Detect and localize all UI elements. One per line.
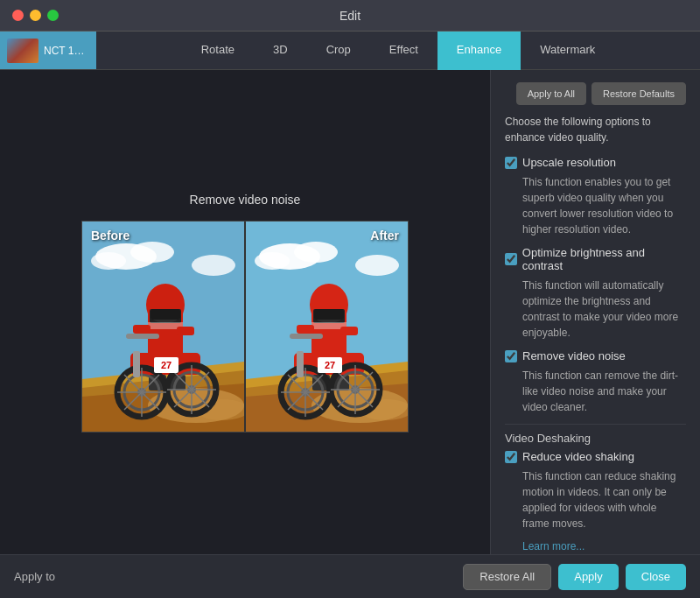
apply-button[interactable]: Apply (558, 564, 619, 590)
tab-rotate[interactable]: Rotate (182, 32, 254, 70)
file-tab-name: NCT 127 (... (44, 45, 89, 57)
svg-rect-82 (297, 351, 304, 377)
window-controls (12, 10, 59, 21)
tab-crop[interactable]: Crop (307, 32, 370, 70)
deshaking-checkbox[interactable] (505, 451, 517, 463)
restore-all-button[interactable]: Restore All (463, 564, 551, 590)
restore-defaults-button[interactable]: Restore Defaults (592, 82, 686, 105)
tab-bar: NCT 127 (... Rotate 3D Crop Effect Enhan… (0, 32, 700, 70)
bottom-left: Apply to (14, 570, 55, 583)
svg-rect-56 (314, 309, 344, 320)
before-image: 27 (82, 222, 244, 432)
preview-title: Remove video noise (190, 193, 301, 207)
after-image: 27 (246, 222, 408, 432)
tabs-navigation: Rotate 3D Crop Effect Enhance Watermark (96, 32, 700, 69)
file-thumbnail (7, 39, 38, 63)
svg-rect-14 (150, 309, 180, 320)
noise-checkbox-row: Remove video noise (505, 349, 686, 362)
svg-rect-16 (133, 325, 150, 334)
learn-more-link[interactable]: Learn more... (505, 540, 686, 552)
title-bar: Edit (0, 0, 700, 32)
brightness-checkbox[interactable] (505, 253, 517, 265)
svg-rect-40 (133, 351, 140, 377)
apply-to-all-button[interactable]: Apply to All (516, 82, 586, 105)
upscale-checkbox-row: Upscale resolution (505, 156, 686, 169)
deshaking-section-header: Video Deshaking (505, 424, 686, 445)
tab-enhance[interactable]: Enhance (438, 32, 521, 70)
after-label: After (370, 229, 399, 243)
deshaking-checkbox-row: Reduce video shaking (505, 450, 686, 463)
svg-text:27: 27 (325, 360, 335, 370)
maximize-window-button[interactable] (47, 10, 59, 21)
tab-3d[interactable]: 3D (254, 32, 307, 70)
svg-point-3 (91, 252, 126, 270)
upscale-label[interactable]: Upscale resolution (522, 156, 616, 169)
bottom-bar: Apply to Restore All Apply Close (0, 554, 700, 598)
file-tab[interactable]: NCT 127 (... (0, 32, 96, 69)
svg-rect-81 (290, 334, 323, 339)
noise-desc: This function can remove the dirt-like v… (505, 368, 686, 415)
svg-point-44 (294, 242, 338, 263)
before-after-container: Before (81, 221, 409, 433)
svg-rect-39 (126, 334, 159, 339)
svg-rect-59 (340, 327, 358, 335)
minimize-window-button[interactable] (30, 10, 41, 21)
after-panel: After (246, 222, 408, 432)
svg-rect-17 (177, 327, 194, 335)
svg-text:27: 27 (161, 360, 172, 370)
deshaking-label[interactable]: Reduce video shaking (522, 450, 634, 463)
tab-effect[interactable]: Effect (370, 32, 438, 70)
before-panel: Before (82, 222, 244, 432)
main-content: Remove video noise Before (0, 70, 700, 554)
before-label: Before (91, 229, 130, 243)
svg-point-45 (255, 252, 290, 270)
noise-checkbox[interactable] (505, 350, 517, 362)
preview-panel: Remove video noise Before (0, 70, 490, 554)
apply-to-label: Apply to (14, 570, 55, 583)
tab-watermark[interactable]: Watermark (521, 32, 614, 70)
settings-panel: Apply to All Restore Defaults Choose the… (490, 70, 700, 554)
upscale-checkbox[interactable] (505, 157, 517, 169)
close-window-button[interactable] (12, 10, 24, 21)
svg-point-2 (130, 242, 174, 263)
svg-rect-58 (297, 325, 314, 334)
svg-point-4 (192, 255, 235, 276)
top-action-row: Apply to All Restore Defaults (505, 82, 686, 105)
window-title: Edit (340, 9, 360, 23)
noise-label[interactable]: Remove video noise (522, 349, 626, 362)
brightness-label[interactable]: Optimize brightness and contrast (522, 246, 686, 272)
upscale-desc: This function enables you to get superb … (505, 174, 686, 237)
brightness-checkbox-row: Optimize brightness and contrast (505, 246, 686, 272)
settings-intro: Choose the following options to enhance … (505, 114, 686, 145)
bottom-actions: Restore All Apply Close (463, 564, 686, 590)
close-button[interactable]: Close (626, 564, 686, 590)
svg-point-46 (355, 255, 399, 276)
brightness-desc: This function will automatically optimiz… (505, 278, 686, 341)
deshaking-desc: This function can reduce shaking motion … (505, 468, 686, 531)
